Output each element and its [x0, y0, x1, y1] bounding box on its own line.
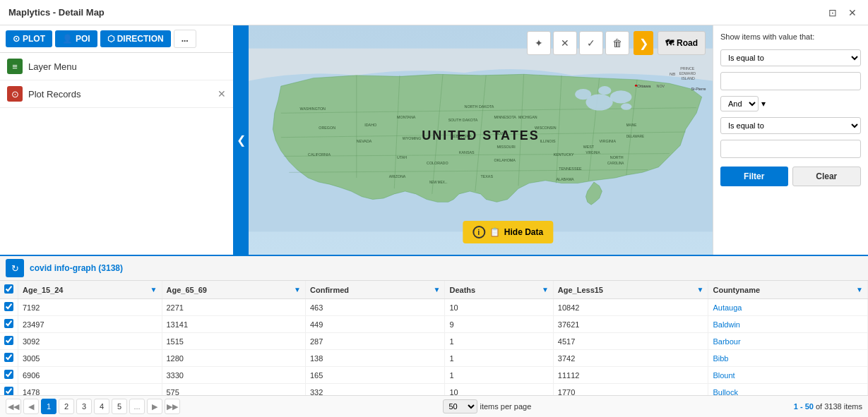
cell-confirmed: 449 [306, 316, 445, 333]
close-button[interactable]: ✕ [845, 6, 860, 20]
check-tool-button[interactable]: ✓ [579, 31, 603, 55]
plot-button[interactable]: ⊙ PLOT [6, 30, 52, 47]
table-header-row: Age_15_24 ▼ Age_65_69 ▼ [0, 281, 868, 299]
page-next-button[interactable]: ▶ [147, 399, 162, 414]
filter-age-15-24-icon[interactable]: ▼ [150, 286, 157, 294]
cell-deaths: 1 [445, 367, 553, 384]
nav-forward-button[interactable]: ❯ [634, 31, 653, 55]
cell-age-65-69: 2271 [162, 299, 306, 316]
trash-tool-button[interactable]: 🗑 [605, 31, 629, 55]
page-ellipsis: ... [129, 399, 145, 414]
page-last-button[interactable]: ▶▶ [165, 399, 180, 414]
filter-condition1-operator[interactable]: Is equal to [720, 49, 861, 66]
cell-age-less15: 4517 [553, 333, 708, 350]
svg-text:MINNESOTA: MINNESOTA [494, 115, 517, 119]
svg-text:CALIFORNIA: CALIFORNIA [308, 152, 331, 157]
cell-age-15-24: 23497 [18, 316, 162, 333]
filter-clear-button[interactable]: Clear [792, 167, 862, 186]
map-background: OREGON CALIFORNIA NEVADA IDAHO MONTANA W… [249, 25, 713, 255]
poi-button[interactable]: 👤 POI [55, 30, 97, 47]
th-confirmed: Confirmed ▼ [306, 281, 445, 299]
road-label-button[interactable]: 🗺 Road [658, 31, 706, 55]
svg-text:KANSAS: KANSAS [459, 150, 475, 155]
filter-age-less15-icon[interactable]: ▼ [697, 286, 704, 294]
svg-text:NB: NB [670, 71, 676, 76]
cell-age-15-24: 3005 [18, 350, 162, 367]
map-overlay-toolbar: ✦ ✕ ✓ 🗑 ❯ 🗺 Road [527, 31, 706, 55]
page-1-button[interactable]: 1 [41, 399, 57, 414]
more-button[interactable]: ... [174, 30, 196, 48]
cell-countyname[interactable]: Barbour [708, 333, 868, 350]
cell-deaths: 1 [445, 333, 553, 350]
row-checkbox-3[interactable] [4, 353, 13, 362]
filter-deaths-icon[interactable]: ▼ [542, 286, 549, 294]
collapse-panel-button[interactable]: ❮ [233, 25, 249, 255]
row-checkbox-5[interactable] [4, 387, 13, 395]
filter-condition2-value[interactable] [720, 140, 861, 158]
hide-data-label: Hide Data [504, 227, 543, 237]
hide-data-button[interactable]: i 📋 Hide Data [463, 221, 553, 243]
table-body: 7192 2271 463 10 10842 Autauga 23497 131… [0, 299, 868, 396]
svg-text:IDAHO: IDAHO [364, 123, 376, 127]
info-icon: i [472, 226, 485, 238]
filter-condition1-value[interactable] [720, 72, 861, 90]
th-deaths: Deaths ▼ [445, 281, 553, 299]
cell-countyname[interactable]: Autauga [708, 299, 868, 316]
plot-records-icon: ⊙ [7, 86, 23, 102]
filter-connector-row: And Or ▾ [720, 96, 861, 111]
svg-text:DELAWARE: DELAWARE [626, 135, 644, 138]
page-prev-button[interactable]: ◀ [23, 399, 39, 414]
row-checkbox-2[interactable] [4, 336, 13, 345]
filter-confirmed-icon[interactable]: ▼ [434, 286, 441, 294]
svg-text:WASHINGTON: WASHINGTON [300, 107, 326, 111]
grid-refresh-button[interactable]: ↻ [6, 259, 24, 277]
main-container: ⊙ PLOT 👤 POI ⬡ DIRECTION ... ≡ Layer M [0, 25, 868, 417]
cell-countyname[interactable]: Blount [708, 367, 868, 384]
filter-condition2-operator[interactable]: Is equal to [720, 117, 861, 134]
page-size-select[interactable]: 50 25 100 [443, 399, 477, 413]
layer-menu-icon: ≡ [7, 59, 23, 74]
page-3-button[interactable]: 3 [76, 399, 92, 414]
page-4-button[interactable]: 4 [94, 399, 109, 414]
filter-apply-button[interactable]: Filter [720, 167, 788, 186]
svg-text:TENNESSEE: TENNESSEE [559, 167, 582, 171]
page-info: 1 - 50 of 3138 items [794, 402, 862, 411]
row-checkbox-4[interactable] [4, 370, 13, 379]
table-row: 1478 575 332 10 1770 Bullock [0, 384, 868, 396]
items-per-page-label: items per page [480, 402, 532, 411]
row-checkbox-cell [0, 299, 18, 316]
select-all-checkbox[interactable] [4, 284, 13, 294]
cell-countyname[interactable]: Bibb [708, 350, 868, 367]
grid-title[interactable]: covid info-graph (3138) [30, 263, 123, 273]
layer-menu-item[interactable]: ≡ Layer Menu [0, 53, 233, 80]
cell-countyname[interactable]: Baldwin [708, 316, 868, 333]
filter-countyname-icon[interactable]: ▼ [856, 286, 863, 294]
cell-countyname[interactable]: Bullock [708, 384, 868, 396]
filter-connector-select[interactable]: And Or [720, 96, 759, 111]
plot-records-item[interactable]: ⊙ Plot Records ✕ [0, 80, 233, 108]
svg-text:WEST: WEST [583, 145, 595, 149]
data-table: Age_15_24 ▼ Age_65_69 ▼ [0, 281, 868, 395]
layer-menu-label: Layer Menu [28, 61, 226, 72]
close-map-tool-button[interactable]: ✕ [553, 31, 577, 55]
plot-records-close-button[interactable]: ✕ [218, 88, 226, 99]
direction-button[interactable]: ⬡ DIRECTION [100, 30, 171, 47]
cell-age-less15: 10842 [553, 299, 708, 316]
filter-age-65-69-icon[interactable]: ▼ [294, 286, 301, 294]
cell-age-65-69: 13141 [162, 316, 306, 333]
svg-text:St-Pierre: St-Pierre [691, 87, 706, 91]
sparkle-tool-button[interactable]: ✦ [527, 31, 551, 55]
page-2-button[interactable]: 2 [59, 399, 74, 414]
page-first-button[interactable]: ◀◀ [6, 399, 21, 414]
table-row: 23497 13141 449 9 37621 Baldwin [0, 316, 868, 333]
page-5-button[interactable]: 5 [112, 399, 127, 414]
svg-text:NEBRASKA: NEBRASKA [451, 134, 471, 138]
svg-text:IOWA: IOWA [497, 131, 506, 135]
poi-icon: 👤 [62, 34, 73, 44]
row-checkbox-1[interactable] [4, 319, 13, 328]
row-checkbox-cell [0, 316, 18, 333]
app-title: Maplytics - Detail Map [8, 7, 105, 18]
row-checkbox-0[interactable] [4, 302, 13, 311]
expand-button[interactable]: ⊡ [826, 6, 840, 20]
direction-label: DIRECTION [117, 34, 164, 44]
